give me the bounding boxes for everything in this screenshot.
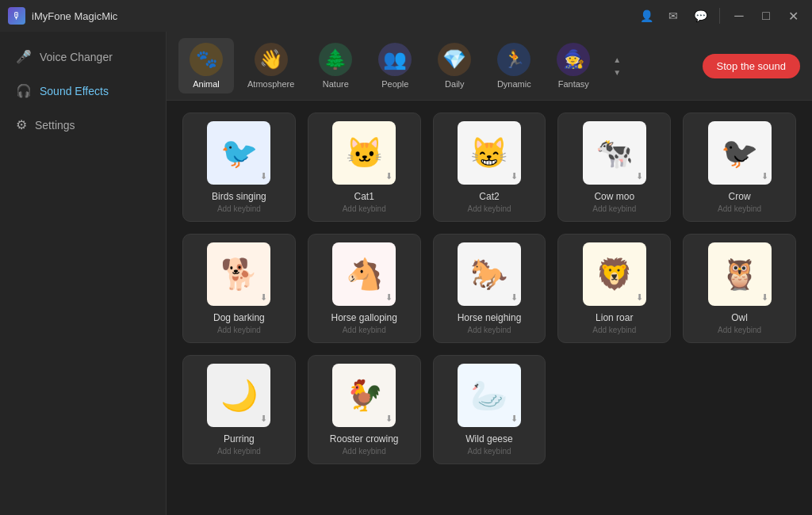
download-icon: ⬇ bbox=[761, 292, 768, 303]
sound-card-keybind[interactable]: Add keybind bbox=[467, 326, 511, 334]
sound-card-keybind[interactable]: Add keybind bbox=[718, 326, 761, 334]
sound-card-name: Crow bbox=[729, 191, 751, 202]
sound-card-keybind[interactable]: Add keybind bbox=[217, 447, 261, 456]
category-nature[interactable]: 🌲 Nature bbox=[308, 38, 363, 93]
category-atmosphere[interactable]: 👋 Atmosphere bbox=[238, 38, 304, 93]
sound-card-name: Wild geese bbox=[465, 433, 512, 444]
nature-icon: 🌲 bbox=[319, 43, 352, 76]
sound-card-rooster-crowing[interactable]: 🐓 ⬇ Rooster crowing Add keybind bbox=[308, 355, 421, 464]
sound-card-owl[interactable]: 🦉 ⬇ Owl Add keybind bbox=[683, 234, 796, 343]
titlebar-left: 🎙 iMyFone MagicMic bbox=[8, 7, 117, 25]
minimize-button[interactable]: ─ bbox=[728, 5, 750, 27]
category-label: Daily bbox=[445, 79, 464, 89]
sidebar-item-voice-changer[interactable]: 🎤 Voice Changer bbox=[0, 40, 166, 74]
sidebar-item-settings[interactable]: ⚙ Settings bbox=[0, 108, 166, 142]
sound-card-keybind[interactable]: Add keybind bbox=[343, 204, 386, 213]
sound-card-horse-neighing[interactable]: 🐎 ⬇ Horse neighing Add keybind bbox=[433, 234, 546, 343]
category-label: Fantasy bbox=[558, 79, 589, 89]
download-icon: ⬇ bbox=[385, 171, 393, 181]
sound-card-birds-singing[interactable]: 🐦 ⬇ Birds singing Add keybind bbox=[182, 113, 296, 222]
headphones-icon: 🎧 bbox=[16, 83, 32, 98]
sound-card-cat1[interactable]: 🐱 ⬇ Cat1 Add keybind bbox=[308, 113, 421, 222]
titlebar-controls: 👤 ✉ 💬 ─ □ ✕ bbox=[635, 5, 804, 27]
category-label: Atmosphere bbox=[247, 79, 294, 89]
sound-card-image: 🐄 ⬇ bbox=[583, 121, 646, 185]
sound-card-wild-geese[interactable]: 🦢 ⬇ Wild geese Add keybind bbox=[433, 355, 546, 464]
category-bar: 🐾 Animal 👋 Atmosphere 🌲 Nature 👥 People … bbox=[167, 32, 812, 101]
category-dynamic[interactable]: 🏃 Dynamic bbox=[486, 38, 542, 93]
sound-card-image: 🐴 ⬇ bbox=[332, 242, 396, 306]
category-animal[interactable]: 🐾 Animal bbox=[178, 38, 234, 93]
sound-card-image: 🦁 ⬇ bbox=[583, 242, 646, 306]
sound-card-keybind[interactable]: Add keybind bbox=[592, 326, 636, 334]
sound-card-keybind[interactable]: Add keybind bbox=[217, 326, 261, 334]
dynamic-icon: 🏃 bbox=[497, 43, 530, 76]
sound-card-keybind[interactable]: Add keybind bbox=[343, 326, 386, 334]
sidebar: 🎤 Voice Changer 🎧 Sound Effects ⚙ Settin… bbox=[0, 32, 167, 515]
microphone-icon: 🎤 bbox=[16, 49, 32, 64]
download-icon: ⬇ bbox=[511, 292, 518, 303]
category-label: Nature bbox=[323, 79, 349, 89]
people-icon: 👥 bbox=[378, 43, 412, 76]
divider bbox=[719, 8, 720, 24]
sound-card-crow[interactable]: 🐦‍⬛ ⬇ Crow Add keybind bbox=[683, 113, 796, 222]
scroll-up-arrow[interactable]: ▲ bbox=[609, 54, 625, 65]
category-fantasy[interactable]: 🧙 Fantasy bbox=[546, 38, 601, 93]
content: 🐾 Animal 👋 Atmosphere 🌲 Nature 👥 People … bbox=[167, 32, 812, 515]
user-icon[interactable]: 👤 bbox=[635, 5, 657, 27]
sound-card-keybind[interactable]: Add keybind bbox=[467, 204, 511, 213]
gear-icon: ⚙ bbox=[16, 117, 27, 132]
sound-card-image: 🐕 ⬇ bbox=[207, 242, 270, 306]
sidebar-item-label: Voice Changer bbox=[40, 51, 113, 63]
category-label: Dynamic bbox=[497, 79, 531, 89]
sound-card-image: 🐓 ⬇ bbox=[332, 364, 396, 427]
scroll-down-arrow[interactable]: ▼ bbox=[609, 67, 625, 78]
sound-card-image: 🌙 ⬇ bbox=[207, 364, 270, 427]
download-icon: ⬇ bbox=[636, 171, 643, 181]
sound-card-name: Horse neighing bbox=[458, 312, 522, 323]
sound-card-dog-barking[interactable]: 🐕 ⬇ Dog barking Add keybind bbox=[182, 234, 296, 343]
sound-card-name: Owl bbox=[731, 312, 748, 323]
stop-sound-button[interactable]: Stop the sound bbox=[703, 54, 800, 78]
sound-card-keybind[interactable]: Add keybind bbox=[718, 204, 761, 213]
sound-card-name: Cat1 bbox=[354, 191, 374, 202]
sound-card-horse-galloping[interactable]: 🐴 ⬇ Horse galloping Add keybind bbox=[308, 234, 421, 343]
sound-card-name: Cow moo bbox=[594, 191, 634, 202]
chat-icon[interactable]: 💬 bbox=[689, 5, 711, 27]
fantasy-icon: 🧙 bbox=[557, 43, 590, 76]
main-layout: 🎤 Voice Changer 🎧 Sound Effects ⚙ Settin… bbox=[0, 32, 812, 515]
download-icon: ⬇ bbox=[511, 414, 518, 424]
sound-grid-container[interactable]: 🐦 ⬇ Birds singing Add keybind 🐱 ⬇ Cat1 A… bbox=[167, 101, 812, 515]
sidebar-item-sound-effects[interactable]: 🎧 Sound Effects bbox=[0, 74, 166, 108]
daily-icon: 💎 bbox=[438, 43, 471, 76]
mail-icon[interactable]: ✉ bbox=[662, 5, 684, 27]
sound-card-image: 🐎 ⬇ bbox=[458, 242, 521, 306]
sound-card-keybind[interactable]: Add keybind bbox=[467, 447, 511, 456]
sound-card-keybind[interactable]: Add keybind bbox=[343, 447, 386, 456]
sound-card-lion-roar[interactable]: 🦁 ⬇ Lion roar Add keybind bbox=[557, 234, 671, 343]
sound-grid: 🐦 ⬇ Birds singing Add keybind 🐱 ⬇ Cat1 A… bbox=[182, 113, 796, 464]
sound-card-keybind[interactable]: Add keybind bbox=[592, 204, 636, 213]
download-icon: ⬇ bbox=[761, 171, 768, 181]
close-button[interactable]: ✕ bbox=[782, 5, 804, 27]
titlebar: 🎙 iMyFone MagicMic 👤 ✉ 💬 ─ □ ✕ bbox=[0, 0, 812, 32]
download-icon: ⬇ bbox=[385, 414, 393, 424]
sound-card-purring[interactable]: 🌙 ⬇ Purring Add keybind bbox=[182, 355, 296, 464]
app-title: iMyFone MagicMic bbox=[32, 10, 117, 22]
sound-card-cat2[interactable]: 😸 ⬇ Cat2 Add keybind bbox=[433, 113, 546, 222]
category-people[interactable]: 👥 People bbox=[367, 38, 423, 93]
category-label: Animal bbox=[193, 79, 220, 89]
sidebar-item-label: Settings bbox=[35, 119, 75, 132]
category-daily[interactable]: 💎 Daily bbox=[427, 38, 482, 93]
sound-card-image: 🐦 ⬇ bbox=[207, 121, 270, 185]
animal-icon: 🐾 bbox=[190, 43, 223, 76]
sound-card-image: 🐦‍⬛ ⬇ bbox=[708, 121, 772, 185]
sound-card-image: 🐱 ⬇ bbox=[332, 121, 396, 185]
scroll-arrows: ▲ ▼ bbox=[609, 54, 625, 78]
sound-card-cow-moo[interactable]: 🐄 ⬇ Cow moo Add keybind bbox=[557, 113, 671, 222]
sound-card-image: 🦢 ⬇ bbox=[458, 364, 521, 427]
sound-card-name: Purring bbox=[224, 433, 255, 444]
maximize-button[interactable]: □ bbox=[755, 5, 777, 27]
sound-card-keybind[interactable]: Add keybind bbox=[217, 204, 261, 213]
sound-card-name: Horse galloping bbox=[331, 312, 397, 323]
